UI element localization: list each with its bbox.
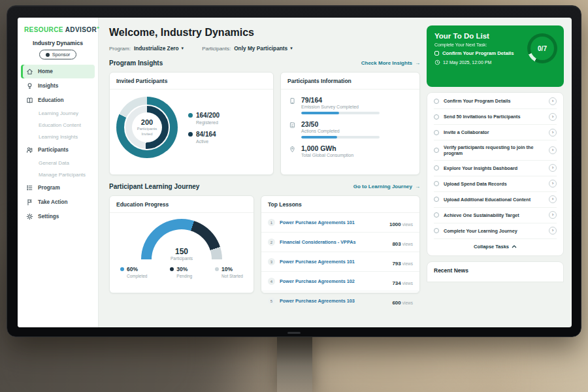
flag-icon bbox=[26, 199, 33, 206]
chevron-right-icon[interactable]: › bbox=[549, 227, 557, 235]
sidebar-item-education-content[interactable]: Education Content bbox=[21, 120, 95, 131]
task-checkbox[interactable] bbox=[434, 99, 439, 104]
sponsor-label: Sponsor bbox=[52, 52, 71, 57]
chevron-right-icon[interactable]: › bbox=[549, 195, 557, 203]
lesson-link[interactable]: Power Purchase Agreements 103 bbox=[280, 298, 387, 304]
sidebar-item-label: Education Content bbox=[39, 122, 81, 128]
task-row[interactable]: Confirm Your Program Details › bbox=[434, 93, 557, 109]
task-row[interactable]: Send 50 Invitations to Participants › bbox=[434, 109, 557, 125]
recent-news-header: Recent News bbox=[427, 261, 564, 282]
sidebar-item-manage-participants[interactable]: Manage Participants bbox=[21, 169, 95, 180]
chevron-right-icon[interactable]: › bbox=[549, 164, 557, 172]
task-row[interactable]: Complete Your Learning Journey › bbox=[434, 223, 557, 239]
task-checkbox[interactable] bbox=[434, 130, 439, 135]
sidebar-item-take-action[interactable]: Take Action bbox=[21, 195, 95, 209]
lesson-rank: 1 bbox=[268, 219, 275, 226]
lesson-link[interactable]: Power Purchase Agreements 101 bbox=[280, 220, 385, 225]
global-consumption-value: 1,000 GWh bbox=[301, 144, 353, 152]
task-checkbox[interactable] bbox=[434, 197, 439, 202]
learning-journey-header: Participant Learning Journey Go to Learn… bbox=[109, 183, 420, 190]
lesson-views: 1000 bbox=[389, 221, 401, 227]
lesson-views: 734 bbox=[392, 280, 400, 286]
chevron-right-icon[interactable]: › bbox=[549, 113, 557, 121]
recent-news-title: Recent News bbox=[434, 267, 468, 274]
views-label: views bbox=[402, 261, 413, 266]
lesson-row[interactable]: 2 Financial Considerations - VPPAs 803vi… bbox=[261, 233, 419, 252]
sidebar-item-learning-journey[interactable]: Learning Journey bbox=[21, 108, 95, 119]
link-label: Check More Insights bbox=[361, 60, 412, 66]
sidebar-item-participants[interactable]: Participants bbox=[21, 143, 95, 157]
program-filter-label: Program: bbox=[109, 46, 131, 52]
monitor-stand bbox=[277, 335, 312, 392]
chevron-right-icon[interactable]: › bbox=[549, 146, 557, 154]
task-checkbox[interactable] bbox=[434, 212, 439, 218]
sidebar-item-general-data[interactable]: General Data bbox=[21, 157, 95, 169]
task-checkbox[interactable] bbox=[434, 148, 439, 153]
app-logo: RESOURCE ADVISOR+ bbox=[18, 24, 98, 33]
task-row[interactable]: Achieve One Sustainability Target › bbox=[434, 208, 557, 223]
lesson-row[interactable]: 1 Power Purchase Agreements 101 1000view… bbox=[261, 213, 419, 233]
sidebar-item-settings[interactable]: Settings bbox=[21, 210, 95, 223]
sidebar-item-label: Education bbox=[38, 97, 64, 103]
lesson-row[interactable]: 3 Power Purchase Agreements 101 793views bbox=[261, 252, 419, 272]
task-row[interactable]: Upload Spend Data Records › bbox=[434, 176, 557, 192]
card-title: Participants Information bbox=[281, 73, 419, 90]
lesson-row[interactable]: 4 Power Purchase Agreements 102 734views bbox=[261, 272, 419, 291]
filters-row: Program: Industrialize Zero ▾ Participan… bbox=[109, 45, 420, 52]
participants-filter[interactable]: Participants: Only My Participants ▾ bbox=[202, 45, 293, 52]
check-more-insights-link[interactable]: Check More Insights→ bbox=[361, 60, 420, 66]
task-label: Invite a Collaborator bbox=[444, 129, 544, 135]
collapse-tasks-button[interactable]: Collapse Tasks bbox=[434, 239, 557, 255]
invited-body: 200 Participants Invited 164/200 bbox=[110, 90, 273, 165]
legend-active: 84/164 Active bbox=[188, 131, 220, 144]
task-checkbox[interactable] bbox=[434, 181, 439, 186]
sidebar-item-home[interactable]: Home bbox=[21, 65, 95, 78]
top-lessons-card: Top Lessons 1 Power Purchase Agreements … bbox=[261, 195, 420, 293]
checkbox-icon[interactable] bbox=[434, 51, 439, 56]
task-checkbox[interactable] bbox=[434, 165, 439, 171]
chevron-right-icon[interactable]: › bbox=[549, 129, 557, 137]
book-icon bbox=[26, 97, 33, 104]
participants-information-card: Participants Information 79/164 Emission… bbox=[280, 72, 420, 175]
sidebar-item-insights[interactable]: Insights bbox=[21, 79, 95, 93]
go-to-learning-journey-link[interactable]: Go to Learning Journey→ bbox=[353, 184, 420, 189]
lesson-link[interactable]: Financial Considerations - VPPAs bbox=[280, 239, 387, 245]
program-filter-value: Industrialize Zero bbox=[134, 45, 179, 52]
views-label: views bbox=[402, 281, 413, 286]
lesson-link[interactable]: Power Purchase Agreements 102 bbox=[280, 278, 387, 284]
lesson-link[interactable]: Power Purchase Agreements 101 bbox=[280, 259, 387, 265]
sidebar-item-label: Settings bbox=[38, 214, 59, 220]
survey-icon bbox=[289, 97, 296, 105]
task-checkbox[interactable] bbox=[434, 228, 439, 233]
people-icon bbox=[26, 146, 33, 154]
sidebar-item-program[interactable]: Program bbox=[21, 181, 95, 195]
chevron-right-icon[interactable]: › bbox=[549, 211, 557, 219]
chevron-right-icon[interactable]: › bbox=[549, 180, 557, 188]
task-row[interactable]: Explore Your Insights Dashboard › bbox=[434, 161, 557, 176]
task-label: Send 50 Invitations to Participants bbox=[444, 114, 544, 120]
lesson-views: 803 bbox=[392, 241, 400, 247]
sidebar-item-label: Take Action bbox=[38, 199, 68, 205]
task-row[interactable]: Verify participants requesting to join t… bbox=[434, 140, 557, 161]
program-filter[interactable]: Program: Industrialize Zero ▾ bbox=[109, 45, 184, 52]
gauge-value: 150 bbox=[141, 247, 222, 256]
task-row[interactable]: Upload Additional Educational Content › bbox=[434, 192, 557, 208]
task-row[interactable]: Invite a Collaborator › bbox=[434, 125, 557, 140]
program-insights-header: Program Insights Check More Insights→ bbox=[109, 59, 420, 67]
emission-survey-progress bbox=[301, 112, 380, 114]
todo-progress-ring: 0/7 bbox=[527, 33, 557, 63]
pending-dot bbox=[170, 267, 174, 271]
lesson-row[interactable]: 5 Power Purchase Agreements 103 600views bbox=[261, 291, 419, 310]
sidebar-item-education[interactable]: Education bbox=[21, 93, 95, 107]
sponsor-badge: Sponsor bbox=[39, 50, 77, 59]
sidebar-item-label: Manage Participants bbox=[39, 172, 86, 178]
chevron-right-icon[interactable]: › bbox=[549, 97, 557, 105]
lesson-views: 793 bbox=[392, 261, 400, 267]
pending-label: Pending bbox=[176, 274, 192, 278]
participants-filter-value: Only My Participants bbox=[234, 45, 287, 52]
task-checkbox[interactable] bbox=[434, 114, 439, 120]
invited-total-label: Participants Invited bbox=[135, 127, 159, 136]
donut-center: 200 Participants Invited bbox=[132, 112, 162, 142]
sidebar-item-learning-insights[interactable]: Learning Insights bbox=[21, 131, 95, 142]
participants-filter-label: Participants: bbox=[202, 46, 231, 52]
